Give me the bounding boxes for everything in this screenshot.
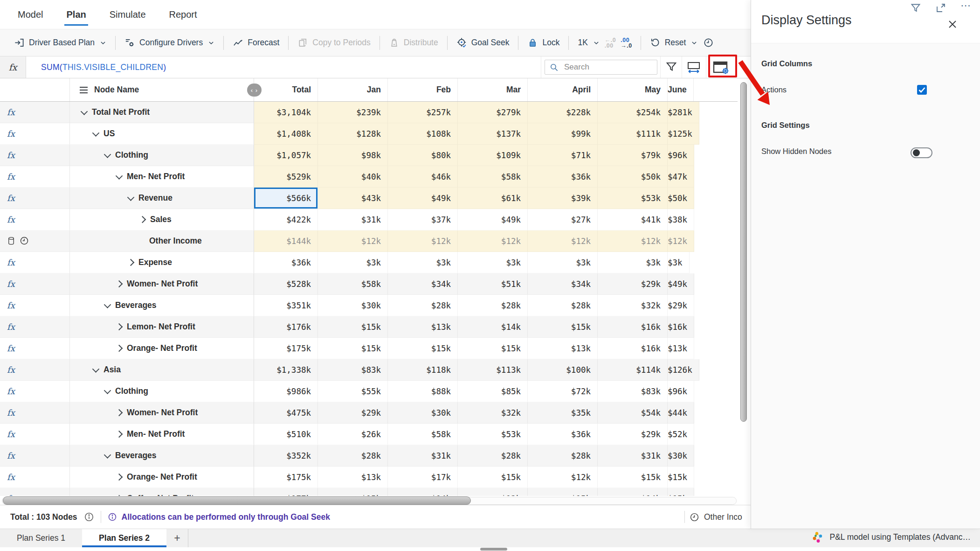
value-cell[interactable]: $15k	[318, 316, 388, 338]
value-cell[interactable]: $3k	[318, 252, 388, 273]
formula-fx-icon[interactable]: fx	[7, 279, 15, 289]
row-actions-cell[interactable]: fx	[0, 209, 70, 230]
formula-fx-icon[interactable]: fx	[7, 365, 15, 375]
value-cell[interactable]: $257k	[388, 102, 458, 123]
row-actions-cell[interactable]: fx	[0, 424, 70, 445]
close-icon[interactable]	[947, 19, 958, 30]
value-cell[interactable]: $17k	[388, 467, 458, 488]
value-cell[interactable]: $986k	[254, 381, 318, 402]
formula-fx-icon[interactable]: fx	[7, 129, 15, 139]
value-cell[interactable]: $475k	[254, 402, 318, 424]
node-name-cell[interactable]: Revenue	[70, 188, 254, 209]
value-cell[interactable]: $176k	[254, 316, 318, 338]
value-cell[interactable]: $30k	[388, 402, 458, 424]
value-cell[interactable]: $3k	[598, 252, 668, 273]
value-cell[interactable]: $13k	[388, 316, 458, 338]
value-cell[interactable]: $46k	[388, 166, 458, 188]
data-source-icon[interactable]	[7, 236, 15, 246]
value-cell[interactable]: $12k	[388, 230, 458, 252]
value-cell[interactable]: $137k	[458, 123, 528, 145]
node-name-cell[interactable]: Women- Net Profit	[70, 402, 254, 424]
value-cell[interactable]: $15k	[458, 467, 528, 488]
value-cell[interactable]: $352k	[254, 445, 318, 467]
value-cell[interactable]: $29k	[668, 295, 694, 316]
value-cell[interactable]: $88k	[388, 381, 458, 402]
row-actions-cell[interactable]: fx	[0, 402, 70, 424]
value-cell[interactable]: $53k	[458, 424, 528, 445]
row-actions-cell[interactable]: fx	[0, 252, 70, 273]
value-cell[interactable]: $27k	[528, 209, 598, 230]
node-name-cell[interactable]: Asia	[70, 359, 254, 381]
node-name-cell[interactable]: Clothing	[70, 381, 254, 402]
value-cell[interactable]: $28k	[318, 445, 388, 467]
value-cell[interactable]: $96k	[668, 381, 694, 402]
node-name-cell[interactable]: Men- Net Profit	[70, 166, 254, 188]
formula-fx-icon[interactable]: fx	[7, 429, 15, 439]
value-cell[interactable]: $3k	[388, 252, 458, 273]
value-cell[interactable]: $28k	[528, 445, 598, 467]
formula-fx-icon[interactable]: fx	[7, 386, 15, 396]
value-cell[interactable]: $15k	[318, 488, 388, 496]
column-header-feb[interactable]: Feb	[388, 78, 458, 101]
node-name-cell[interactable]: Sales	[70, 209, 254, 230]
value-cell[interactable]: $13k	[528, 338, 598, 359]
value-cell[interactable]: $29k	[318, 402, 388, 424]
value-cell[interactable]: $15k	[318, 338, 388, 359]
row-actions-cell[interactable]: fx	[0, 381, 70, 402]
value-cell[interactable]: $83k	[598, 381, 668, 402]
value-cell[interactable]: $100k	[528, 359, 598, 381]
value-cell[interactable]: $58k	[388, 424, 458, 445]
value-cell[interactable]: $53k	[598, 188, 668, 209]
expand-chevron-icon[interactable]	[116, 323, 123, 331]
value-cell[interactable]: $125k	[668, 123, 699, 145]
value-cell[interactable]: $96k	[668, 145, 694, 166]
formula-fx-icon[interactable]: fx	[7, 258, 15, 267]
formula-fx-icon[interactable]: fx	[7, 215, 15, 224]
formula-fx-icon[interactable]: fx	[7, 150, 15, 160]
expand-chevron-icon[interactable]	[116, 280, 123, 288]
value-cell[interactable]: $12k	[318, 230, 388, 252]
nav-tab-plan[interactable]: Plan	[65, 7, 87, 22]
row-actions-cell[interactable]: fx	[0, 123, 70, 145]
node-name-cell[interactable]: Orange- Net Profit	[70, 467, 254, 488]
value-cell[interactable]: $510k	[254, 424, 318, 445]
value-cell[interactable]: $83k	[318, 359, 388, 381]
value-cell[interactable]: $529k	[254, 166, 318, 188]
value-cell[interactable]: $36k	[528, 424, 598, 445]
node-name-cell[interactable]: Expense	[70, 252, 254, 273]
row-actions-cell[interactable]: fx	[0, 467, 70, 488]
value-cell[interactable]: $3k	[458, 252, 528, 273]
node-name-cell[interactable]: Orange- Net Profit	[70, 338, 254, 359]
value-cell[interactable]: $49k	[388, 188, 458, 209]
node-name-cell[interactable]: Total Net Profit	[70, 102, 254, 123]
value-cell[interactable]: $58k	[318, 273, 388, 295]
value-cell[interactable]: $422k	[254, 209, 318, 230]
value-cell[interactable]: $26k	[318, 424, 388, 445]
expand-icon[interactable]	[935, 2, 946, 14]
value-cell[interactable]: $254k	[598, 102, 668, 123]
reset-button[interactable]: Reset	[647, 37, 701, 48]
value-cell[interactable]: $108k	[388, 123, 458, 145]
column-header-june[interactable]: June	[668, 78, 694, 101]
value-cell[interactable]: $15k	[528, 316, 598, 338]
sheet-tab-1[interactable]: Plan Series 1	[0, 529, 82, 547]
expand-chevron-icon[interactable]	[116, 409, 123, 417]
value-cell[interactable]: $99k	[528, 123, 598, 145]
value-cell[interactable]: $29k	[598, 273, 668, 295]
scale-selector[interactable]: 1K	[575, 38, 602, 48]
collapse-chevron-icon[interactable]	[104, 151, 111, 158]
column-resize-handle[interactable]: ‹ ›	[247, 84, 262, 97]
value-cell[interactable]: $114k	[598, 359, 668, 381]
value-cell[interactable]: $13k	[668, 338, 694, 359]
value-cell[interactable]: $111k	[598, 123, 668, 145]
formula-fx-icon[interactable]: fx	[7, 451, 15, 460]
filter-icon[interactable]	[910, 2, 921, 14]
formula-fx-icon[interactable]: fx	[7, 107, 15, 117]
value-cell[interactable]: $239k	[318, 102, 388, 123]
collapse-chevron-icon[interactable]	[104, 301, 111, 308]
node-name-cell[interactable]: Women- Net Profit	[70, 273, 254, 295]
search-input[interactable]	[563, 62, 644, 72]
nav-tab-simulate[interactable]: Simulate	[109, 7, 147, 22]
collapse-chevron-icon[interactable]	[104, 451, 111, 459]
node-name-cell[interactable]: Coffee- Net Profit	[70, 488, 254, 496]
